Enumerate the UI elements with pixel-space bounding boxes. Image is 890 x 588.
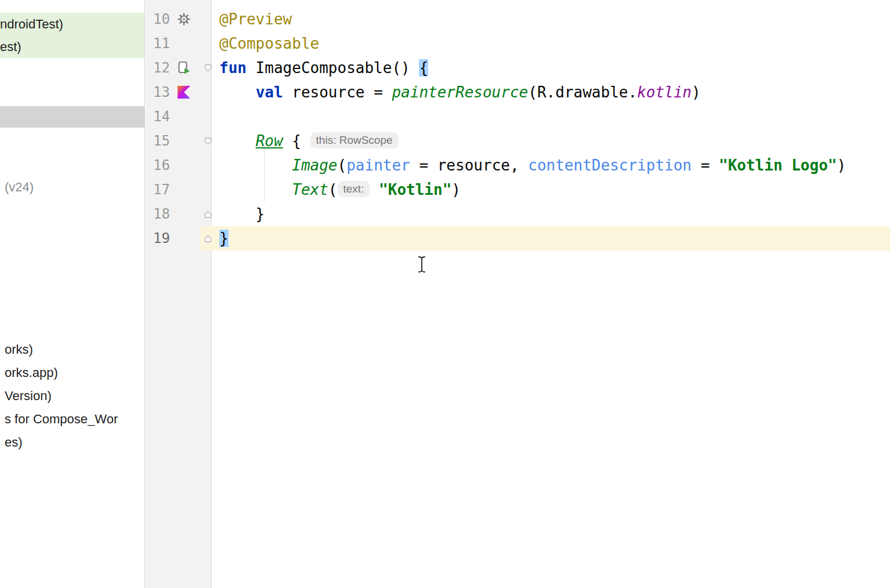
code-token (219, 157, 292, 174)
code-token: resource = (283, 84, 392, 101)
code-token: painterResource (392, 84, 528, 101)
line-number: 19 (146, 226, 170, 251)
code-line-12[interactable]: fun ImageComposable() { (212, 56, 890, 80)
code-token: painter (346, 157, 410, 174)
code-token: ) (451, 181, 461, 198)
line-number: 10 (146, 7, 170, 31)
code-line-14[interactable] (212, 104, 890, 129)
gutter-row: 11 (146, 31, 211, 56)
code-token (219, 181, 292, 198)
code-token: Text (292, 181, 328, 198)
code-token (219, 132, 256, 150)
tree-item[interactable]: est) (0, 35, 144, 58)
tree-item[interactable]: ndroidTest) (0, 13, 144, 35)
code-token: fun (219, 59, 247, 77)
gutter-row: 10 (146, 7, 211, 31)
gutter-row: 12 (146, 56, 211, 80)
tree-item[interactable]: (v24) (0, 176, 144, 199)
tree-item[interactable]: es) (0, 431, 144, 454)
tree-item-label: Version) (5, 384, 52, 408)
tree-item[interactable]: orks) (0, 338, 144, 361)
code-token: @Composable (219, 35, 319, 52)
line-number: 11 (146, 31, 170, 56)
code-token (219, 84, 256, 101)
line-number: 16 (146, 153, 170, 177)
code-token: = resource, (410, 157, 529, 174)
code-token: } (219, 230, 229, 247)
fold-marker-open-icon[interactable] (204, 64, 212, 72)
editor-code-area[interactable]: @Preview@Composablefun ImageComposable()… (212, 0, 890, 588)
inlay-hint: this: RowScope (310, 132, 399, 148)
fold-marker-close-icon[interactable] (204, 210, 212, 219)
code-line-18[interactable]: } (212, 202, 890, 226)
tree-item[interactable] (0, 106, 144, 128)
gutter-row: 16 (146, 153, 211, 177)
inlay-hint: text: (338, 181, 370, 197)
gear-icon[interactable] (177, 12, 191, 26)
tree-item[interactable]: orks.app) (0, 361, 144, 384)
code-token: (R.drawable. (528, 84, 637, 101)
code-line-11[interactable]: @Composable (212, 31, 890, 56)
code-token: { (419, 59, 428, 77)
code-token: Row (256, 132, 283, 150)
tree-item[interactable]: Version) (0, 384, 144, 408)
text-cursor-pointer (417, 256, 426, 273)
editor: 10111213141516171819 @Preview@Composable… (146, 0, 890, 588)
code-lines: @Preview@Composablefun ImageComposable()… (212, 7, 890, 251)
line-number: 18 (146, 202, 170, 226)
kotlin-logo-icon[interactable] (177, 85, 191, 99)
code-line-16[interactable]: Image(painter = resource, contentDescrip… (212, 153, 890, 177)
code-token: ( (328, 181, 338, 198)
code-token: ( (338, 157, 347, 174)
code-token (370, 181, 379, 198)
tree-item-label: s for Compose_Wor (5, 408, 118, 431)
tree-item-label: ndroidTest) (0, 13, 63, 35)
tree-item-label: orks) (5, 338, 33, 361)
code-token: ImageComposable() (247, 59, 419, 77)
tree-item-label: (v24) (5, 176, 34, 199)
code-line-19[interactable]: } (212, 226, 890, 251)
project-tree-panel: ndroidTest)est)(v24)orks)orks.app)Versio… (0, 0, 145, 588)
code-token: kotlin (637, 84, 692, 101)
line-number: 12 (146, 56, 170, 80)
line-number: 15 (146, 129, 170, 153)
gutter-row: 13 (146, 80, 211, 104)
code-line-15[interactable]: Row { this: RowScope (212, 129, 890, 153)
run-preview-icon[interactable] (177, 61, 191, 75)
fold-marker-close-icon[interactable] (204, 234, 212, 243)
code-token: ) (837, 157, 846, 174)
gutter-row: 19 (146, 226, 211, 251)
gutter-row: 17 (146, 177, 211, 202)
gutter-row: 14 (146, 104, 211, 129)
tree-item[interactable]: s for Compose_Wor (0, 408, 144, 431)
code-token: contentDescription (528, 157, 692, 174)
tree-item-label: orks.app) (5, 361, 58, 384)
code-token: = (692, 157, 719, 174)
code-token: "Kotlin" (379, 181, 451, 198)
line-number: 14 (146, 104, 170, 129)
code-token: Image (292, 157, 337, 174)
code-token: { (283, 132, 310, 150)
tree-item-label: est) (0, 35, 21, 58)
code-token: ) (692, 84, 701, 101)
editor-gutter: 10111213141516171819 (146, 0, 212, 588)
fold-marker-open-icon[interactable] (204, 137, 212, 146)
code-token: "Kotlin Logo" (719, 157, 837, 174)
code-token: } (219, 205, 265, 223)
line-number: 13 (146, 80, 170, 104)
code-token: @Preview (219, 10, 292, 28)
code-token: val (256, 84, 283, 101)
line-number: 17 (146, 177, 170, 202)
gutter-row: 15 (146, 129, 211, 153)
code-line-10[interactable]: @Preview (212, 7, 890, 31)
code-line-13[interactable]: val resource = painterResource(R.drawabl… (212, 80, 890, 104)
tree-item-label: es) (5, 431, 23, 454)
ide-window: ndroidTest)est)(v24)orks)orks.app)Versio… (0, 0, 890, 588)
gutter-row: 18 (146, 202, 211, 226)
code-line-17[interactable]: Text(text: "Kotlin") (212, 177, 890, 202)
